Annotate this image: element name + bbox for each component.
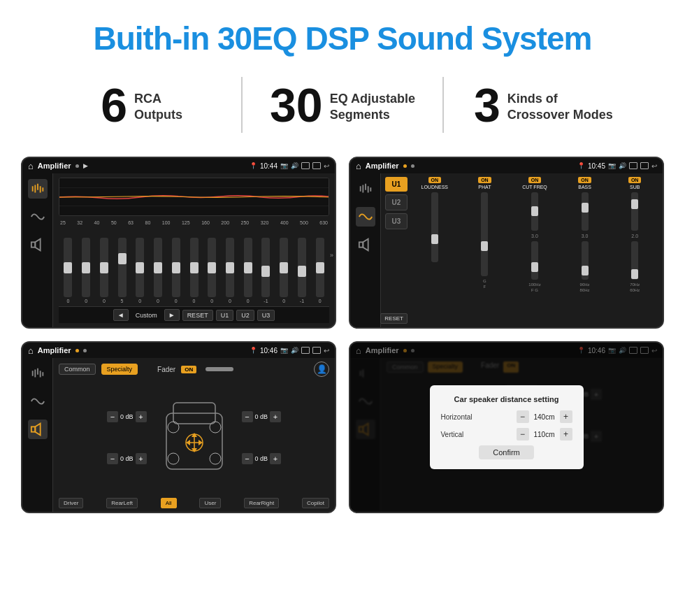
eq-slider-14[interactable]: 0 » bbox=[312, 238, 328, 303]
dsp-phat-on[interactable]: ON bbox=[478, 177, 491, 183]
dsp-status-bar: ⌂ Amplifier 📍 10:45 📷 🔊 ↩ bbox=[350, 158, 663, 173]
dsp-sub-slider1[interactable] bbox=[631, 192, 638, 231]
eq-nav-eq[interactable] bbox=[28, 179, 48, 199]
eq-u2-btn[interactable]: U2 bbox=[236, 310, 254, 321]
eq-prev-btn[interactable]: ◄ bbox=[113, 309, 129, 321]
dsp-nav-eq[interactable] bbox=[356, 179, 375, 199]
dialog-vertical-plus[interactable]: + bbox=[560, 428, 572, 440]
fader-common-tab[interactable]: Common bbox=[59, 364, 96, 375]
fader-vol-icon: 🔊 bbox=[291, 347, 298, 354]
fader-minus-rl[interactable]: − bbox=[107, 453, 118, 464]
fader-status-left: ⌂ Amplifier bbox=[28, 345, 87, 356]
dsp-time: 10:45 bbox=[588, 162, 605, 170]
eq-custom-label: Custom bbox=[131, 310, 161, 320]
eq-u1-btn[interactable]: U1 bbox=[216, 310, 234, 321]
fader-nav-eq[interactable] bbox=[28, 364, 48, 383]
fader-minus-rr[interactable]: − bbox=[242, 453, 253, 464]
eq-slider-8[interactable]: 0 bbox=[204, 238, 220, 303]
eq-slider-11[interactable]: -1 bbox=[258, 238, 274, 303]
fader-specialty-tab[interactable]: Specialty bbox=[101, 364, 138, 375]
fader-time: 10:46 bbox=[260, 347, 277, 354]
page-title: Buith-in 30EQ DSP Sound System bbox=[14, 20, 671, 57]
dsp-channel-cutfreq: ON CUT FREQ 3.0 100HzF G bbox=[511, 177, 558, 324]
dsp-sub-slider2[interactable] bbox=[631, 241, 638, 280]
dialog-horizontal-minus[interactable]: − bbox=[517, 410, 529, 423]
dsp-nav-speaker[interactable] bbox=[356, 235, 375, 255]
dsp-bass-slider2[interactable] bbox=[582, 241, 589, 280]
fader-right-vols: − 0 dB + − 0 dB + bbox=[242, 411, 282, 464]
dsp-screen-card: ⌂ Amplifier 📍 10:45 📷 🔊 ↩ bbox=[349, 157, 664, 329]
eq-slider-5[interactable]: 0 bbox=[150, 238, 166, 303]
eq-slider-2[interactable]: 0 bbox=[96, 238, 112, 303]
fader-rearright-btn[interactable]: RearRight bbox=[244, 498, 279, 508]
eq-nav-speaker[interactable] bbox=[28, 235, 48, 255]
fader-all-btn[interactable]: All bbox=[161, 498, 177, 508]
eq-slider-3[interactable]: 5 bbox=[114, 238, 130, 303]
fader-on-badge[interactable]: ON bbox=[181, 366, 196, 373]
dialog-vertical-control: − 110cm + bbox=[517, 428, 572, 440]
dialog-vertical-minus[interactable]: − bbox=[517, 428, 529, 440]
freq-63: 63 bbox=[128, 220, 134, 225]
fader-copilot-btn[interactable]: Copilot bbox=[302, 498, 329, 508]
eq-location-icon: 📍 bbox=[250, 162, 257, 169]
svg-point-29 bbox=[168, 453, 179, 464]
fader-status-dot2 bbox=[83, 349, 87, 352]
fader-nav-speaker[interactable] bbox=[28, 420, 48, 439]
dsp-preset-u2[interactable]: U2 bbox=[385, 194, 408, 210]
dsp-cutfreq-on[interactable]: ON bbox=[528, 177, 542, 183]
dsp-nav-wave[interactable] bbox=[356, 207, 375, 227]
fader-nav-wave[interactable] bbox=[28, 392, 48, 411]
dsp-cutfreq-slider2[interactable] bbox=[531, 241, 538, 280]
freq-630: 630 bbox=[319, 220, 328, 225]
fader-profile-icon[interactable]: 👤 bbox=[314, 361, 329, 377]
eq-icon-box-1 bbox=[301, 162, 310, 169]
fader-tabs-row: Common Specialty Fader ON 👤 bbox=[59, 361, 329, 377]
fader-plus-rr[interactable]: + bbox=[270, 453, 281, 464]
dsp-loudness-name: LOUDNESS bbox=[421, 185, 449, 189]
fader-plus-fr[interactable]: + bbox=[270, 411, 281, 422]
eq-reset-btn[interactable]: RESET bbox=[182, 310, 213, 321]
eq-main-content: 25 32 40 50 63 80 100 125 160 200 250 32… bbox=[53, 173, 335, 327]
eq-slider-7[interactable]: 0 bbox=[186, 238, 202, 303]
dsp-reset-btn[interactable]: RESET bbox=[380, 313, 408, 324]
dsp-channels: ON LOUDNESS ON PHAT GF bbox=[411, 177, 658, 324]
fader-db-rl: 0 dB bbox=[120, 455, 134, 462]
eq-status-bar: ⌂ Amplifier ▶ 📍 10:44 📷 🔊 ↩ bbox=[22, 158, 335, 173]
dsp-preset-u1[interactable]: U1 bbox=[385, 177, 408, 192]
dsp-loudness-on[interactable]: ON bbox=[428, 177, 442, 183]
fader-plus-rl[interactable]: + bbox=[136, 453, 147, 464]
dsp-cutfreq-slider1[interactable] bbox=[531, 192, 538, 231]
fader-minus-fr[interactable]: − bbox=[242, 411, 253, 422]
dsp-sub-on[interactable]: ON bbox=[628, 177, 642, 183]
fader-slider-h[interactable] bbox=[206, 367, 233, 371]
eq-slider-12[interactable]: 0 bbox=[276, 238, 292, 303]
dsp-app-name: Amplifier bbox=[366, 162, 399, 170]
dsp-preset-u3[interactable]: U3 bbox=[385, 213, 408, 229]
eq-u3-btn[interactable]: U3 bbox=[257, 310, 275, 321]
fader-driver-btn[interactable]: Driver bbox=[59, 498, 83, 508]
fader-rearleft-btn[interactable]: RearLeft bbox=[106, 498, 138, 508]
eq-slider-9[interactable]: 0 bbox=[222, 238, 238, 303]
eq-slider-6[interactable]: 0 bbox=[168, 238, 184, 303]
eq-nav-wave[interactable] bbox=[28, 207, 48, 227]
eq-play-btn[interactable]: ► bbox=[164, 309, 180, 321]
freq-160: 160 bbox=[201, 220, 210, 225]
eq-slider-0[interactable]: 0 bbox=[60, 238, 76, 303]
dialog-confirm-btn[interactable]: Confirm bbox=[479, 445, 534, 459]
eq-slider-4[interactable]: 0 bbox=[132, 238, 148, 303]
fader-user-btn[interactable]: User bbox=[199, 498, 221, 508]
dsp-loudness-slider[interactable] bbox=[431, 192, 438, 262]
eq-slider-13[interactable]: -1 bbox=[294, 238, 310, 303]
dsp-bass-slider1[interactable] bbox=[582, 192, 589, 231]
stats-row: 6 RCA Outputs 30 EQ Adjustable Segments … bbox=[0, 70, 685, 150]
dsp-bass-on[interactable]: ON bbox=[578, 177, 591, 183]
eq-slider-10[interactable]: 0 bbox=[240, 238, 256, 303]
dsp-phat-slider[interactable] bbox=[481, 192, 488, 276]
fader-minus-fl[interactable]: − bbox=[107, 411, 118, 422]
dialog-horizontal-plus[interactable]: + bbox=[560, 410, 572, 423]
distance-screen-card: ⌂ Amplifier 📍 10:46 📷 🔊 ↩ bbox=[349, 341, 664, 513]
screens-grid: ⌂ Amplifier ▶ 📍 10:44 📷 🔊 ↩ bbox=[0, 150, 685, 534]
eq-slider-1[interactable]: 0 bbox=[78, 238, 94, 303]
dsp-vol-icon: 🔊 bbox=[619, 162, 626, 169]
fader-plus-fl[interactable]: + bbox=[136, 411, 147, 422]
